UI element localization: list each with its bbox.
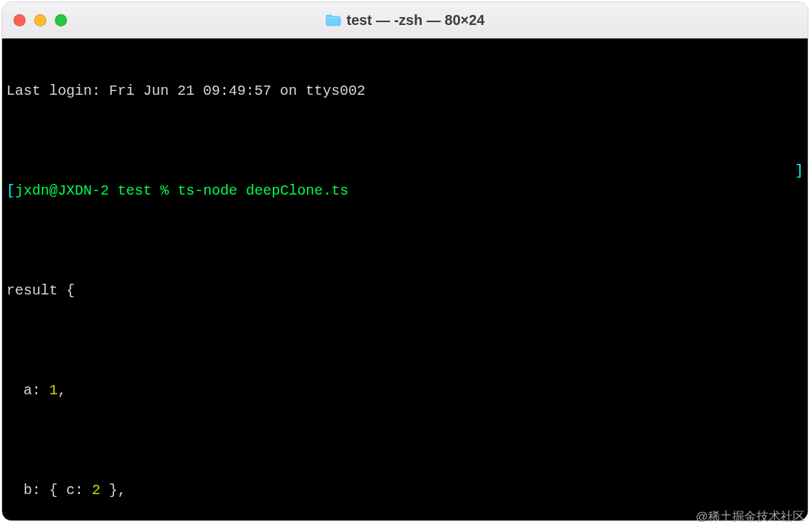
- command-line: [jxdn@JXDN-2 test % ts-node deepClone.ts…: [6, 161, 803, 221]
- prompt-symbol: %: [160, 183, 169, 199]
- row-b: b: { c: 2 },: [6, 481, 803, 500]
- last-login-line: Last login: Fri Jun 21 09:49:57 on ttys0…: [6, 81, 803, 101]
- typed-command: ts-node deepClone.ts: [177, 183, 348, 199]
- traffic-lights: [14, 14, 67, 26]
- terminal-output[interactable]: Last login: Fri Jun 21 09:49:57 on ttys0…: [2, 38, 808, 520]
- prompt-dir: test: [118, 183, 152, 199]
- window-title: test — -zsh — 80×24: [347, 12, 485, 29]
- maximize-button[interactable]: [55, 14, 67, 26]
- titlebar: test — -zsh — 80×24: [2, 2, 808, 38]
- prompt-open-bracket: [: [6, 183, 15, 199]
- folder-icon: [326, 14, 341, 26]
- minimize-button[interactable]: [34, 14, 46, 26]
- result-open: result {: [6, 281, 803, 301]
- window-title-wrap: test — -zsh — 80×24: [2, 12, 808, 29]
- close-button[interactable]: [14, 14, 26, 26]
- watermark: @稀土掘金技术社区: [696, 508, 805, 525]
- row-a: a: 1,: [6, 381, 803, 401]
- terminal-window: test — -zsh — 80×24 Last login: Fri Jun …: [1, 1, 808, 521]
- prompt-close-bracket: ]: [795, 161, 803, 181]
- prompt-user-host: jxdn@JXDN-2: [15, 183, 109, 199]
